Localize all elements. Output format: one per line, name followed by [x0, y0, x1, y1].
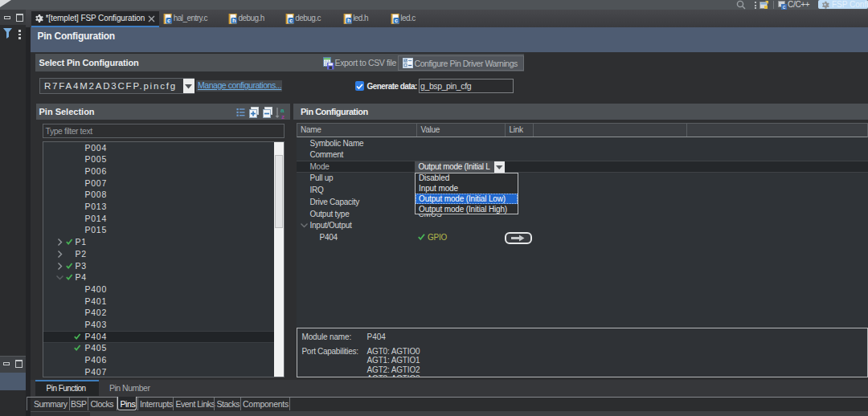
svg-text:c: c	[395, 17, 399, 24]
svg-text:c: c	[167, 17, 170, 24]
svg-text:h: h	[232, 17, 236, 24]
svg-text:z: z	[281, 112, 285, 119]
svg-text:h: h	[346, 17, 350, 24]
svg-text:c: c	[783, 4, 786, 10]
svg-text:c: c	[289, 17, 293, 24]
